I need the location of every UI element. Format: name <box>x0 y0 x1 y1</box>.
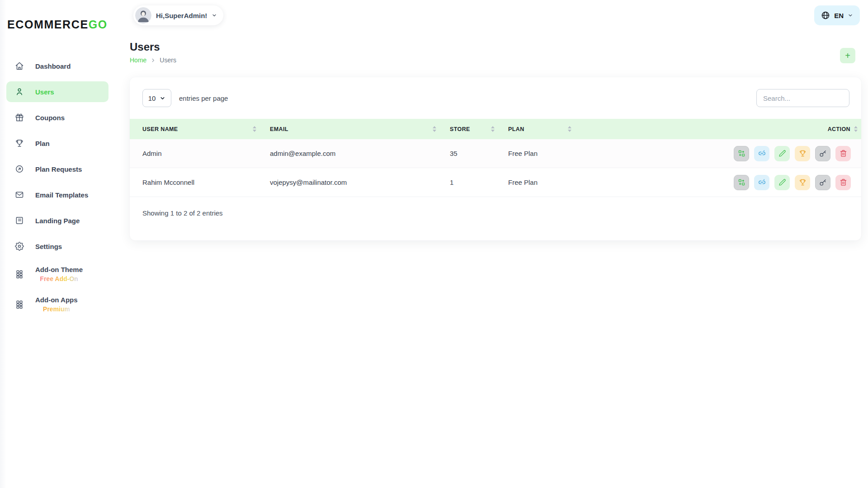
sidebar-item-email-templates[interactable]: Email Templates <box>6 184 108 205</box>
user-greeting: Hi,SuperAdmin! <box>156 12 207 19</box>
table-row: Rahim Mcconnell vojepysy@mailinator.com … <box>130 168 861 197</box>
upgrade-plan-button[interactable] <box>795 175 810 190</box>
column-label: EMAIL <box>270 126 288 132</box>
cell-store: 1 <box>445 168 504 197</box>
user-icon <box>15 87 24 96</box>
delete-button[interactable] <box>835 175 851 190</box>
column-label: ACTION <box>828 126 850 132</box>
cell-user-name: Admin <box>130 139 265 168</box>
sort-icon <box>253 126 256 132</box>
column-header-plan[interactable]: PLAN <box>504 119 580 139</box>
edit-button[interactable] <box>774 146 790 161</box>
main-content: Hi,SuperAdmin! EN Users Home Users + 10 <box>118 0 868 488</box>
add-user-button[interactable]: + <box>840 48 855 63</box>
entries-per-page-value: 10 <box>148 94 156 102</box>
copy-link-button[interactable] <box>754 175 769 190</box>
search-input[interactable] <box>756 89 849 107</box>
trophy-icon <box>799 150 807 157</box>
upgrade-plan-button[interactable] <box>795 146 810 161</box>
sidebar-item-label: Users <box>35 88 54 96</box>
sidebar-item-landing-page[interactable]: Landing Page <box>6 210 108 231</box>
copy-link-button[interactable] <box>754 146 769 161</box>
scroll-icon <box>15 216 24 225</box>
table-header-row: USER NAME EMAIL STORE PLAN ACTION <box>130 119 861 139</box>
chevron-down-icon <box>848 13 853 18</box>
sidebar-item-sublabel: Free Add-On <box>40 274 78 284</box>
column-header-user-name[interactable]: USER NAME <box>130 119 265 139</box>
table-controls: 10 entries per page <box>130 89 861 107</box>
sidebar-item-label: Add-on Apps <box>35 295 78 305</box>
sidebar-item-label: Landing Page <box>35 217 80 225</box>
row-actions <box>585 139 857 168</box>
page-header: Users Home Users + <box>118 32 868 64</box>
delete-button[interactable] <box>835 146 851 161</box>
column-label: STORE <box>450 126 470 132</box>
swap-icon <box>738 150 745 157</box>
table-row: Admin admin@example.com 35 Free Plan <box>130 139 861 168</box>
sidebar-item-label: Coupons <box>35 114 65 122</box>
trash-icon <box>840 178 847 186</box>
users-table-card: 10 entries per page USER NAME EMAIL <box>130 77 861 240</box>
cell-user-name: Rahim Mcconnell <box>130 168 265 197</box>
gift-icon <box>15 113 24 122</box>
column-header-email[interactable]: EMAIL <box>265 119 445 139</box>
key-icon <box>819 178 827 186</box>
sidebar-item-plan-requests[interactable]: Plan Requests <box>6 159 108 179</box>
page-title: Users <box>130 41 176 53</box>
trophy-icon <box>15 139 24 148</box>
sidebar-item-users[interactable]: Users <box>6 81 108 102</box>
sidebar-item-label: Plan Requests <box>35 165 82 173</box>
brand-accent: GO <box>89 18 108 31</box>
cell-plan: Free Plan <box>504 168 580 197</box>
chevron-right-icon <box>151 58 156 63</box>
switch-account-button[interactable] <box>734 146 749 161</box>
pencil-icon <box>778 150 786 157</box>
sidebar-item-settings[interactable]: Settings <box>6 236 108 257</box>
avatar <box>135 7 151 23</box>
reset-password-button[interactable] <box>815 146 830 161</box>
switch-account-button[interactable] <box>734 175 749 190</box>
sidebar-item-coupons[interactable]: Coupons <box>6 107 108 128</box>
sidebar-item-sublabel: Premium <box>43 305 70 314</box>
reset-password-button[interactable] <box>815 175 830 190</box>
sidebar-item-label: Add-on Theme <box>35 265 83 274</box>
language-selector[interactable]: EN <box>814 5 860 25</box>
swap-icon <box>738 178 745 186</box>
mail-icon <box>15 190 24 199</box>
arrow-up-right-circle-icon <box>15 164 24 174</box>
grid-icon <box>15 270 24 279</box>
table-summary: Showing 1 to 2 of 2 entries <box>130 197 861 217</box>
topbar: Hi,SuperAdmin! EN <box>118 0 868 32</box>
edit-button[interactable] <box>774 175 790 190</box>
sidebar-item-label: Dashboard <box>35 62 71 70</box>
sidebar-item-label: Email Templates <box>35 191 88 199</box>
user-menu-button[interactable]: Hi,SuperAdmin! <box>133 5 223 25</box>
row-actions <box>585 168 857 197</box>
sidebar-item-addon-theme[interactable]: Add-on Theme Free Add-On <box>6 262 108 287</box>
breadcrumb-home-link[interactable]: Home <box>130 56 146 64</box>
sidebar-item-label: Plan <box>35 140 50 147</box>
chevron-down-icon <box>212 13 217 18</box>
column-header-action[interactable]: ACTION <box>580 119 861 139</box>
cell-email: admin@example.com <box>265 139 445 168</box>
cell-email: vojepysy@mailinator.com <box>265 168 445 197</box>
sidebar-nav: Dashboard Users Coupons Plan Plan Reques <box>0 56 118 317</box>
sidebar-item-plan[interactable]: Plan <box>6 133 108 154</box>
brand-logo[interactable]: ECOMMERCEGO <box>0 0 118 31</box>
sidebar-item-label: Settings <box>35 243 62 250</box>
link-icon <box>758 150 766 157</box>
breadcrumb: Home Users <box>130 56 176 64</box>
globe-icon <box>821 11 830 20</box>
home-icon <box>15 61 24 70</box>
entries-per-page-select[interactable]: 10 <box>142 89 171 107</box>
sidebar: ECOMMERCEGO Dashboard Users Coupons Plan <box>0 0 118 488</box>
column-header-store[interactable]: STORE <box>445 119 504 139</box>
brand-primary: ECOMMERCE <box>7 18 89 31</box>
sidebar-item-addon-apps[interactable]: Add-on Apps Premium <box>6 292 108 317</box>
entries-per-page-label: entries per page <box>179 94 228 102</box>
trash-icon <box>840 150 847 157</box>
language-code: EN <box>834 12 844 19</box>
sidebar-item-dashboard[interactable]: Dashboard <box>6 56 108 76</box>
key-icon <box>819 150 827 157</box>
sort-icon <box>568 126 571 132</box>
